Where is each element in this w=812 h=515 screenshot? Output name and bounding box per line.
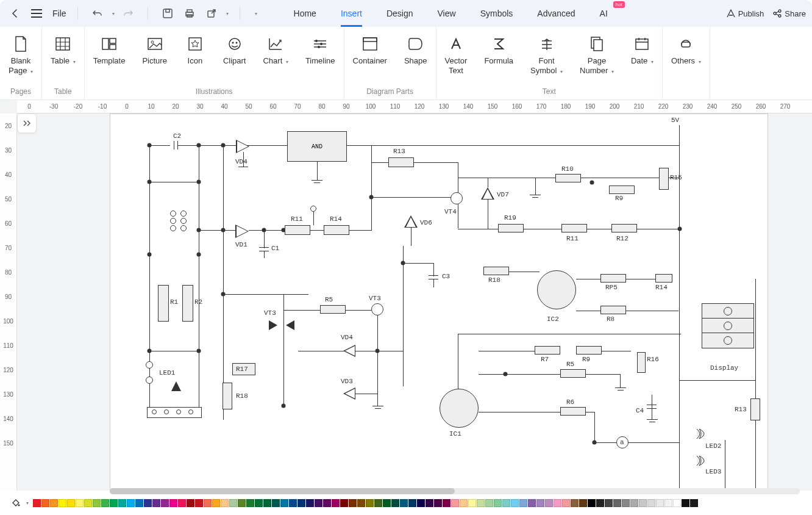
color-swatch[interactable] bbox=[297, 499, 305, 507]
color-swatch[interactable] bbox=[443, 499, 451, 507]
color-swatch[interactable] bbox=[664, 499, 672, 507]
color-swatch[interactable] bbox=[272, 499, 280, 507]
color-swatch[interactable] bbox=[101, 499, 109, 507]
color-swatch[interactable] bbox=[596, 499, 604, 507]
color-swatch[interactable] bbox=[204, 499, 212, 507]
color-swatch[interactable] bbox=[127, 499, 135, 507]
back-button[interactable] bbox=[6, 5, 23, 22]
color-swatch[interactable] bbox=[349, 499, 357, 507]
color-swatch[interactable] bbox=[195, 499, 203, 507]
color-swatch[interactable] bbox=[494, 499, 502, 507]
formula-button[interactable]: Formula bbox=[475, 32, 522, 70]
chart-button[interactable]: Chart ▾ bbox=[254, 32, 296, 70]
color-swatch[interactable] bbox=[135, 499, 143, 507]
color-swatch[interactable] bbox=[178, 499, 186, 507]
export-button[interactable] bbox=[203, 5, 220, 22]
color-swatch[interactable] bbox=[579, 499, 587, 507]
color-swatch[interactable] bbox=[622, 499, 630, 507]
color-swatch[interactable] bbox=[323, 499, 331, 507]
color-swatch[interactable] bbox=[144, 499, 152, 507]
color-swatch[interactable] bbox=[605, 499, 613, 507]
horizontal-scrollbar[interactable] bbox=[110, 488, 800, 494]
color-swatch[interactable] bbox=[374, 499, 382, 507]
color-swatch[interactable] bbox=[690, 499, 698, 507]
tab-ai[interactable]: AI hot bbox=[588, 2, 620, 24]
blank-page-button[interactable]: BlankPage ▾ bbox=[0, 32, 41, 79]
color-swatch[interactable] bbox=[502, 499, 510, 507]
menu-button[interactable] bbox=[28, 5, 45, 22]
picture-button[interactable]: Picture bbox=[134, 32, 175, 70]
file-menu[interactable]: File bbox=[52, 9, 66, 18]
expand-panel-button[interactable] bbox=[17, 113, 37, 133]
fill-dropdown[interactable]: ▾ bbox=[26, 500, 29, 506]
color-swatch[interactable] bbox=[630, 499, 638, 507]
color-swatch[interactable] bbox=[152, 499, 160, 507]
color-swatch[interactable] bbox=[588, 499, 596, 507]
tab-insert[interactable]: Insert bbox=[329, 2, 374, 24]
date-button[interactable]: Date ▾ bbox=[622, 32, 662, 70]
color-swatch[interactable] bbox=[682, 499, 689, 507]
color-swatch[interactable] bbox=[221, 499, 229, 507]
color-swatch[interactable] bbox=[229, 499, 237, 507]
color-swatch[interactable] bbox=[84, 499, 92, 507]
tab-home[interactable]: Home bbox=[282, 2, 329, 24]
color-swatch[interactable] bbox=[246, 499, 254, 507]
color-swatch[interactable] bbox=[451, 499, 459, 507]
color-swatch[interactable] bbox=[255, 499, 263, 507]
tab-design[interactable]: Design bbox=[374, 2, 426, 24]
color-swatch[interactable] bbox=[383, 499, 391, 507]
color-swatch[interactable] bbox=[511, 499, 519, 507]
canvas-area[interactable]: C2 VD4 AND 5V bbox=[17, 113, 812, 491]
color-swatch[interactable] bbox=[528, 499, 536, 507]
color-swatch[interactable] bbox=[340, 499, 348, 507]
table-button[interactable]: Table ▾ bbox=[42, 32, 84, 70]
color-swatch[interactable] bbox=[519, 499, 527, 507]
color-swatch[interactable] bbox=[306, 499, 314, 507]
container-button[interactable]: Container bbox=[344, 32, 396, 70]
color-swatch[interactable] bbox=[357, 499, 365, 507]
canvas-page[interactable]: C2 VD4 AND 5V bbox=[110, 113, 768, 491]
color-swatch[interactable] bbox=[571, 499, 579, 507]
font-symbol-button[interactable]: FontSymbol ▾ bbox=[522, 32, 571, 79]
clipart-button[interactable]: Clipart bbox=[215, 32, 255, 70]
shape-button[interactable]: Shape bbox=[396, 32, 436, 70]
share-button[interactable]: Share bbox=[772, 9, 806, 18]
color-swatch[interactable] bbox=[562, 499, 570, 507]
template-button[interactable]: Template bbox=[85, 32, 134, 70]
page-number-button[interactable]: PageNumber ▾ bbox=[571, 32, 622, 79]
color-swatch[interactable] bbox=[110, 499, 118, 507]
color-swatch[interactable] bbox=[545, 499, 553, 507]
color-swatch[interactable] bbox=[263, 499, 271, 507]
undo-button[interactable] bbox=[89, 5, 106, 22]
color-swatch[interactable] bbox=[67, 499, 75, 507]
color-swatch[interactable] bbox=[613, 499, 621, 507]
color-swatch[interactable] bbox=[76, 499, 84, 507]
color-swatch[interactable] bbox=[33, 499, 41, 507]
color-swatch[interactable] bbox=[391, 499, 399, 507]
more-qat-dropdown[interactable]: ▾ bbox=[255, 11, 257, 16]
color-swatch[interactable] bbox=[41, 499, 49, 507]
color-swatch[interactable] bbox=[169, 499, 177, 507]
color-swatch[interactable] bbox=[468, 499, 476, 507]
and-gate[interactable]: AND bbox=[287, 131, 347, 162]
undo-dropdown[interactable]: ▾ bbox=[112, 11, 115, 16]
color-swatch[interactable] bbox=[238, 499, 246, 507]
color-swatch[interactable] bbox=[460, 499, 468, 507]
color-swatch[interactable] bbox=[315, 499, 322, 507]
color-swatch[interactable] bbox=[366, 499, 374, 507]
color-swatch[interactable] bbox=[118, 499, 126, 507]
color-swatch[interactable] bbox=[400, 499, 408, 507]
color-swatch[interactable] bbox=[59, 499, 66, 507]
vector-text-button[interactable]: VectorText bbox=[436, 32, 476, 79]
color-swatch[interactable] bbox=[408, 499, 416, 507]
color-swatch[interactable] bbox=[280, 499, 288, 507]
print-button[interactable] bbox=[181, 5, 198, 22]
publish-button[interactable]: Publish bbox=[726, 9, 764, 18]
tab-symbols[interactable]: Symbols bbox=[468, 2, 525, 24]
color-swatch[interactable] bbox=[647, 499, 655, 507]
color-swatch[interactable] bbox=[50, 499, 58, 507]
color-swatch[interactable] bbox=[93, 499, 101, 507]
others-button[interactable]: Others ▾ bbox=[663, 32, 710, 70]
color-swatch[interactable] bbox=[187, 499, 194, 507]
color-swatch[interactable] bbox=[417, 499, 425, 507]
